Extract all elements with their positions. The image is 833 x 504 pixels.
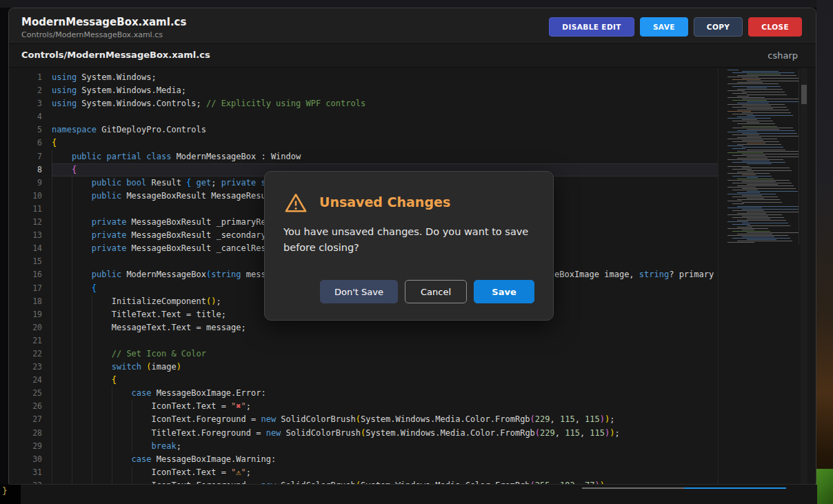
- vertical-scrollbar[interactable]: [801, 68, 807, 485]
- line-number: 6: [9, 137, 52, 150]
- code-line[interactable]: 20 MessageText.Text = message;: [9, 321, 816, 334]
- background-accent-bar: [684, 487, 786, 489]
- code-line[interactable]: 25 case MessageBoxImage.Error:: [9, 387, 816, 400]
- line-number: 23: [9, 361, 52, 374]
- code-text: [52, 110, 718, 123]
- line-number: 19: [9, 308, 52, 321]
- code-text: namespace GitDeployPro.Controls: [52, 123, 718, 137]
- desktop: } ModernMessageBox.xaml.cs Controls/Mode…: [0, 0, 833, 504]
- close-button[interactable]: CLOSE: [748, 17, 802, 37]
- desktop-top-strip: [0, 0, 817, 8]
- line-number: 13: [9, 229, 52, 242]
- line-number: 1: [9, 71, 52, 84]
- code-text: case MessageBoxImage.Error:: [52, 387, 718, 400]
- line-number: 28: [9, 427, 52, 440]
- warning-triangle-icon: [283, 192, 308, 215]
- line-number: 30: [9, 453, 52, 466]
- line-number: 12: [9, 216, 52, 229]
- code-text: {: [52, 374, 718, 387]
- line-number: 15: [9, 255, 52, 268]
- minimap[interactable]: [723, 70, 799, 245]
- code-text: using System.Windows.Controls; // Explic…: [52, 97, 718, 110]
- file-path-subtitle: Controls/ModernMessageBox.xaml.cs: [21, 30, 163, 39]
- save-button[interactable]: Save: [474, 280, 534, 303]
- file-tab-bar: Controls/ModernMessageBox.xaml.cs csharp: [9, 43, 816, 68]
- wallpaper: [816, 0, 833, 504]
- code-text: IconText.Foreground = new SolidColorBrus…: [52, 413, 718, 426]
- code-text: {: [52, 137, 718, 150]
- line-number: 14: [9, 242, 52, 255]
- save-button[interactable]: SAVE: [640, 17, 688, 37]
- code-text: [52, 334, 718, 347]
- line-number: 22: [9, 347, 52, 361]
- code-text: using System.Windows.Media;: [52, 84, 718, 97]
- line-number: 7: [9, 150, 52, 163]
- code-line[interactable]: 6{: [9, 137, 816, 150]
- line-number: 3: [9, 97, 52, 110]
- code-line[interactable]: 7 public partial class ModernMessageBox …: [9, 150, 816, 163]
- line-number: 10: [9, 190, 52, 203]
- line-number: 4: [9, 110, 52, 123]
- code-line[interactable]: 29 break;: [9, 440, 816, 453]
- code-line[interactable]: 3using System.Windows.Controls; // Expli…: [9, 97, 816, 110]
- line-number: 27: [9, 413, 52, 426]
- code-line[interactable]: 21: [9, 334, 816, 347]
- scrollbar-thumb[interactable]: [801, 85, 807, 104]
- code-line[interactable]: 30 case MessageBoxImage.Warning:: [9, 453, 816, 466]
- line-number: 11: [9, 203, 52, 216]
- header-buttons: DISABLE EDITSAVECOPYCLOSE: [549, 17, 802, 37]
- tab-file-path: Controls/ModernMessageBox.xaml.cs: [21, 50, 210, 60]
- line-number: 29: [9, 440, 52, 453]
- code-line[interactable]: 24 {: [9, 374, 816, 387]
- cancel-button[interactable]: Cancel: [405, 280, 467, 303]
- code-text: public partial class ModernMessageBox : …: [52, 150, 718, 163]
- code-line[interactable]: 32 IconText.Foreground = new SolidColorB…: [9, 479, 816, 485]
- code-text: switch (image): [52, 361, 718, 374]
- line-number: 5: [9, 123, 52, 137]
- line-number: 20: [9, 321, 52, 334]
- line-number: 26: [9, 400, 52, 413]
- dialog-title: Unsaved Changes: [319, 194, 450, 210]
- code-text: IconText.Text = "⚠";: [52, 466, 718, 479]
- line-number: 8: [9, 163, 52, 177]
- desktop-bottom-strip: }: [0, 485, 817, 504]
- code-line[interactable]: 4: [9, 110, 816, 123]
- code-text: // Set Icon & Color: [52, 347, 718, 361]
- code-text: break;: [52, 440, 718, 453]
- code-text: case MessageBoxImage.Warning:: [52, 453, 718, 466]
- code-line[interactable]: 22 // Set Icon & Color: [9, 347, 816, 361]
- code-line[interactable]: 27 IconText.Foreground = new SolidColorB…: [9, 413, 816, 426]
- line-number: 31: [9, 466, 52, 479]
- line-number: 21: [9, 334, 52, 347]
- code-text: using System.Windows;: [52, 71, 718, 84]
- background-code-fragment: }: [2, 485, 8, 496]
- code-line[interactable]: 1using System.Windows;: [9, 71, 816, 84]
- line-number: 24: [9, 374, 52, 387]
- unsaved-changes-dialog: Unsaved Changes You have unsaved changes…: [264, 171, 554, 321]
- code-line[interactable]: 26 IconText.Text = "✖";: [9, 400, 816, 413]
- don-t-save-button[interactable]: Don't Save: [320, 280, 398, 303]
- code-line[interactable]: 2using System.Windows.Media;: [9, 84, 816, 97]
- code-line[interactable]: 28 TitleText.Foreground = new SolidColor…: [9, 427, 816, 440]
- dialog-message: You have unsaved changes. Do you want to…: [283, 224, 537, 256]
- line-number: 16: [9, 268, 52, 281]
- line-number: 25: [9, 387, 52, 400]
- file-title: ModernMessageBox.xaml.cs: [21, 16, 186, 28]
- code-line[interactable]: 23 switch (image): [9, 361, 816, 374]
- line-number: 17: [9, 282, 52, 295]
- window-header: ModernMessageBox.xaml.cs Controls/Modern…: [9, 8, 816, 43]
- copy-button[interactable]: COPY: [694, 17, 743, 37]
- editor-right-separator: [718, 68, 719, 485]
- line-number: 2: [9, 84, 52, 97]
- line-number: 18: [9, 295, 52, 308]
- line-number: 32: [9, 479, 52, 485]
- code-text-fragment: eBoxImage image, string? primary: [554, 268, 714, 281]
- background-scrollbar-fragment: [582, 487, 684, 489]
- code-line[interactable]: 5namespace GitDeployPro.Controls: [9, 123, 816, 137]
- disable-edit-button[interactable]: DISABLE EDIT: [549, 17, 634, 37]
- code-line[interactable]: 31 IconText.Text = "⚠";: [9, 466, 816, 479]
- code-text: IconText.Foreground = new SolidColorBrus…: [52, 479, 718, 485]
- language-badge: csharp: [767, 50, 798, 61]
- line-number: 9: [9, 177, 52, 190]
- code-text: MessageText.Text = message;: [52, 321, 718, 334]
